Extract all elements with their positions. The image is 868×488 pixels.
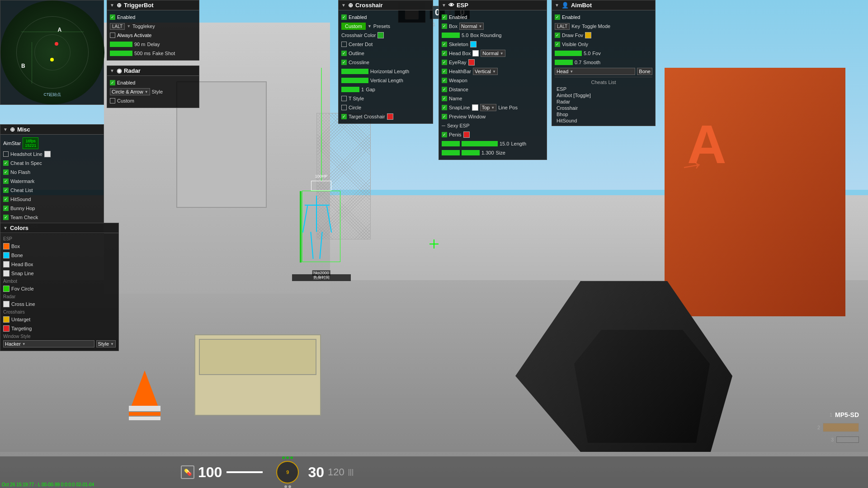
- aimbot-visibleonly-row: Visible Only: [555, 40, 652, 48]
- crosshair-target-color[interactable]: [387, 113, 393, 120]
- esp-penis-checkbox[interactable]: [442, 132, 447, 137]
- colors-bone-swatch[interactable]: [3, 252, 9, 258]
- crosshair-circle-checkbox[interactable]: [341, 105, 347, 110]
- colors-snapline-swatch[interactable]: [3, 270, 9, 277]
- misc-watermark-checkbox[interactable]: [3, 178, 9, 184]
- misc-bunnyhop-checkbox[interactable]: [3, 206, 9, 211]
- crosshair-centerdot-checkbox[interactable]: [341, 42, 347, 47]
- aimbot-key-badge[interactable]: LALT: [555, 23, 570, 30]
- radar-sub-collapse-arrow[interactable]: ▼: [110, 68, 114, 73]
- esp-healthbar-label: HealthBar: [449, 69, 471, 74]
- crosshair-hlength-bar[interactable]: [341, 69, 368, 74]
- crosshair-crossline-checkbox[interactable]: [341, 60, 347, 65]
- cheat-item-crosshair[interactable]: Crosshair: [555, 105, 652, 111]
- esp-healthbar-checkbox[interactable]: [442, 69, 447, 74]
- esp-box-dropdown[interactable]: Normal ▼: [459, 23, 484, 30]
- esp-snapline-pos-arrow: ▼: [491, 106, 495, 110]
- colors-headbox-swatch[interactable]: [3, 261, 9, 267]
- crosshair-gap-bar[interactable]: [341, 87, 359, 92]
- triggerbot-body: Enabled LALT ▼ Togglekey Always Activate…: [107, 10, 199, 60]
- esp-headbox-dropdown[interactable]: Normal ▼: [481, 50, 505, 57]
- esp-name-checkbox[interactable]: [442, 96, 447, 101]
- misc-noflash-checkbox[interactable]: [3, 169, 9, 175]
- esp-skeleton-checkbox[interactable]: [442, 42, 447, 47]
- colors-hacker-dropdown[interactable]: Hacker ▼: [3, 340, 94, 347]
- aimbot-bone-target-dropdown[interactable]: Head ▼: [555, 68, 635, 75]
- esp-healthbar-dropdown[interactable]: Vertical ▼: [473, 68, 498, 75]
- player-view: [506, 249, 732, 452]
- aimbot-drawfov-checkbox[interactable]: [555, 33, 560, 38]
- radar-style-dropdown[interactable]: Circle & Arrow ▼: [110, 88, 150, 95]
- colors-fovcircle-swatch[interactable]: [3, 286, 9, 292]
- cheat-item-bhop[interactable]: Bhop: [555, 111, 652, 117]
- aimbot-smooth-bar[interactable]: [555, 60, 573, 65]
- colors-box-swatch[interactable]: [3, 243, 9, 249]
- crosshair-color-swatch[interactable]: [377, 32, 384, 38]
- triggerbot-delay-bar[interactable]: [110, 42, 132, 47]
- aimbot-drawfov-color[interactable]: [585, 32, 591, 38]
- esp-collapse-arrow[interactable]: ▼: [442, 3, 446, 8]
- esp-distance-checkbox[interactable]: [442, 87, 447, 92]
- esp-box-checkbox[interactable]: [442, 23, 447, 29]
- aimbot-fov-bar[interactable]: [555, 51, 582, 56]
- crosshair-enabled-checkbox[interactable]: [341, 14, 347, 20]
- esp-snapline-color[interactable]: [472, 104, 478, 111]
- crosshair-outline-checkbox[interactable]: [341, 51, 347, 56]
- crosshair-custom-tab[interactable]: Custom: [341, 23, 366, 30]
- cheat-item-radar[interactable]: Radar: [555, 99, 652, 105]
- esp-previewwindow-checkbox[interactable]: [442, 114, 447, 119]
- cheat-item-esp[interactable]: ESP: [555, 86, 652, 92]
- crosshair-gap-value: 1: [361, 87, 364, 92]
- misc-collapse-arrow[interactable]: ▼: [3, 127, 8, 132]
- aimbot-enabled-checkbox[interactable]: [555, 14, 560, 20]
- colors-crossline-swatch[interactable]: [3, 301, 9, 307]
- colors-aimbot-section: Aimbot: [3, 279, 116, 284]
- esp-headbox-color[interactable]: [472, 50, 479, 56]
- crosshair-tstyle-checkbox[interactable]: [341, 96, 347, 101]
- esp-skeleton-color[interactable]: [470, 41, 476, 47]
- aimbot-collapse-arrow[interactable]: ▼: [555, 3, 559, 8]
- radar-enabled-checkbox[interactable]: [110, 80, 115, 85]
- misc-cheatinspec-label: Cheat In Spec: [10, 160, 42, 166]
- cheat-item-hitsound[interactable]: HitSound: [555, 117, 652, 124]
- esp-size-bar[interactable]: [462, 150, 480, 155]
- aimbot-bone-dropdown[interactable]: Bone: [637, 68, 652, 75]
- crosshair-target-checkbox[interactable]: [341, 114, 347, 119]
- misc-headshot-color[interactable]: [44, 151, 51, 157]
- esp-length-bar[interactable]: [462, 141, 498, 146]
- esp-enabled-checkbox[interactable]: [442, 14, 447, 20]
- triggerbot-enabled-checkbox[interactable]: [110, 14, 115, 20]
- misc-headshot-checkbox[interactable]: [3, 151, 9, 157]
- aimbot-visibleonly-checkbox[interactable]: [555, 42, 560, 47]
- misc-teamcheck-checkbox[interactable]: [3, 215, 9, 220]
- misc-cheatinspec-checkbox[interactable]: [3, 160, 9, 166]
- esp-weapon-checkbox[interactable]: [442, 78, 447, 83]
- esp-boxrounding-bar[interactable]: [442, 33, 460, 38]
- triggerbot-fakeshoot-bar[interactable]: [110, 51, 132, 56]
- misc-cheatlist-checkbox[interactable]: [3, 188, 9, 193]
- round-dot-5: [288, 485, 291, 488]
- crosshair-circle-label: Circle: [349, 105, 361, 110]
- colors-targeting-swatch[interactable]: [3, 325, 9, 332]
- esp-penis-color[interactable]: [463, 131, 470, 138]
- esp-headbox-row: Head Box Normal ▼: [442, 49, 544, 57]
- cheat-item-aimbot[interactable]: Aimbot [Toggle]: [555, 92, 652, 99]
- esp-snapline-pos-value: Top: [482, 105, 490, 110]
- triggerbot-collapse-arrow[interactable]: ▼: [110, 3, 114, 8]
- triggerbot-key-badge[interactable]: LALT: [110, 23, 125, 30]
- misc-hitsound-checkbox[interactable]: [3, 197, 9, 202]
- colors-collapse-arrow[interactable]: ▼: [3, 225, 8, 230]
- esp-headbox-checkbox[interactable]: [442, 51, 447, 56]
- esp-snapline-checkbox[interactable]: [442, 105, 447, 110]
- esp-eyeray-color[interactable]: [468, 59, 475, 66]
- colors-style-dropdown[interactable]: Style ▼: [96, 340, 116, 347]
- crosshair-presets-tab[interactable]: Presets: [373, 23, 390, 29]
- esp-snapline-pos-dropdown[interactable]: Top ▼: [480, 104, 497, 111]
- colors-style-arrow: ▼: [110, 342, 114, 346]
- colors-untarget-swatch[interactable]: [3, 316, 9, 323]
- crosshair-collapse-arrow[interactable]: ▼: [341, 3, 346, 8]
- esp-eyeray-checkbox[interactable]: [442, 60, 447, 65]
- crosshair-vlength-bar[interactable]: [341, 78, 368, 83]
- radar-custom-checkbox[interactable]: [110, 98, 115, 103]
- triggerbot-always-checkbox[interactable]: [110, 33, 115, 38]
